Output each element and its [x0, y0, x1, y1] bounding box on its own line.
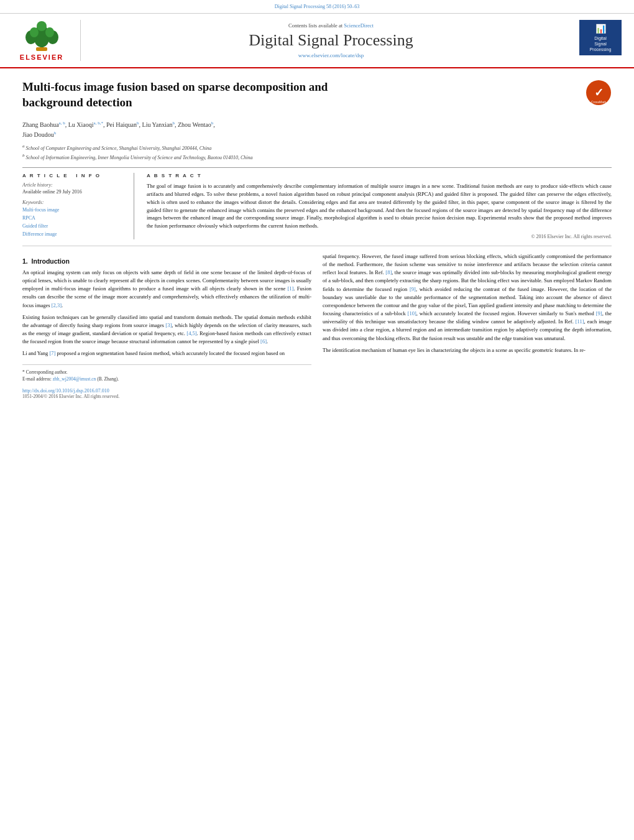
journal-name: Digital Signal Processing: [249, 31, 413, 50]
doi-footer: http://dx.doi.org/10.1016/j.dsp.2016.07.…: [22, 387, 311, 399]
section-divider: [22, 246, 612, 246]
footnote-email-link[interactable]: zhh_wj2004@imust.cn: [53, 376, 96, 382]
contents-line: Contents lists available at ScienceDirec…: [288, 22, 374, 29]
ref-11[interactable]: [11]: [576, 318, 584, 325]
svg-text:CrossMark: CrossMark: [591, 100, 607, 104]
dsp-icon: 📊: [582, 23, 619, 34]
history-label: Article history:: [22, 182, 125, 188]
main-content: 1. Introduction An optical imaging syste…: [22, 252, 612, 399]
right-para-1: spatial frequency. However, the fused im…: [323, 252, 612, 343]
affiliations: a School of Computer Engineering and Sci…: [22, 143, 612, 161]
footnote-email: E-mail address: zhh_wj2004@imust.cn (B. …: [22, 376, 311, 382]
article-info-col: A R T I C L E I N F O Article history: A…: [22, 173, 134, 239]
article-title: Multi-focus image fusion based on sparse…: [22, 80, 328, 110]
doi-link[interactable]: http://dx.doi.org/10.1016/j.dsp.2016.07.…: [22, 388, 109, 394]
intro-para-3: Li and Yang [7] proposed a region segmen…: [22, 349, 311, 358]
top-header: Digital Signal Processing 58 (2016) 50–6…: [0, 0, 634, 14]
footnote-section: * Corresponding author. E-mail address: …: [22, 364, 311, 383]
intro-para-1: An optical imaging system can only focus…: [22, 269, 311, 310]
elsevier-label: ELSEVIER: [20, 53, 63, 61]
sciencedirect-link[interactable]: ScienceDirect: [344, 22, 374, 29]
author-liu: Liu Yanxian: [142, 122, 173, 129]
abstract-text: The goal of image fusion is to accuratel…: [147, 182, 612, 230]
ref-23[interactable]: [2,3]: [52, 302, 62, 308]
main-col-left: 1. Introduction An optical imaging syste…: [22, 252, 311, 399]
intro-number: 1.: [22, 257, 28, 265]
svg-rect-8: [36, 47, 47, 51]
dsp-logo-box: 📊 Digital Signal Processing: [572, 20, 622, 61]
authors-section: Zhang Baohuaa, b, Lu Xiaoqia, b,*, Pei H…: [22, 120, 612, 139]
abstract-col: A B S T R A C T The goal of image fusion…: [147, 173, 612, 239]
svg-point-6: [45, 27, 54, 37]
svg-point-7: [37, 21, 47, 31]
keyword-3: Guided filter: [22, 223, 125, 231]
ref-10[interactable]: [10]: [408, 310, 416, 316]
author-zhou: Zhou Wentao: [178, 122, 211, 129]
ref-9b[interactable]: [9]: [596, 310, 602, 316]
author-jiao: Jiao Doudou: [22, 131, 54, 138]
journal-url: www.elsevier.com/locate/dsp: [298, 52, 364, 58]
page-container: Digital Signal Processing 58 (2016) 50–6…: [0, 0, 634, 840]
info-abstract-section: A R T I C L E I N F O Article history: A…: [22, 167, 612, 239]
author-lu: Lu Xiaoqi: [68, 122, 94, 129]
ref-9[interactable]: [9]: [410, 286, 416, 292]
article-body: Multi-focus image fusion based on sparse…: [0, 68, 634, 405]
author-pei: Pei Haiquan: [106, 122, 137, 129]
author-zhang: Zhang Baohua: [22, 122, 59, 129]
ref-1[interactable]: [1]: [287, 285, 293, 292]
journal-title-area: Contents lists available at ScienceDirec…: [90, 20, 572, 61]
right-para-2: The identification mechanism of human ey…: [323, 346, 612, 354]
elsevier-tree-icon: [19, 20, 65, 51]
article-info-label: A R T I C L E I N F O: [22, 173, 125, 178]
ref-3[interactable]: [3]: [165, 322, 172, 328]
journal-header: ELSEVIER Contents lists available at Sci…: [0, 14, 634, 68]
keyword-2: RPCA: [22, 215, 125, 223]
doi-header: Digital Signal Processing 58 (2016) 50–6…: [62, 4, 572, 9]
intro-para-2: Existing fusion techniques can be genera…: [22, 313, 311, 346]
available-online: Available online 29 July 2016: [22, 189, 125, 195]
issn-line: 1051-2004/© 2016 Elsevier Inc. All right…: [22, 394, 311, 399]
elsevier-logo: ELSEVIER: [12, 20, 81, 61]
keyword-4: Difference image: [22, 231, 125, 239]
ref-6[interactable]: [6]: [260, 338, 267, 344]
copyright-line: © 2016 Elsevier Inc. All rights reserved…: [147, 234, 612, 239]
article-title-section: Multi-focus image fusion based on sparse…: [22, 80, 612, 114]
keywords-label: Keywords:: [22, 200, 125, 205]
ref-7[interactable]: [7]: [49, 350, 55, 356]
dsp-badge: 📊 Digital Signal Processing: [579, 20, 622, 55]
authors-line: Zhang Baohuaa, b, Lu Xiaoqia, b,*, Pei H…: [22, 120, 612, 139]
main-col-right: spatial frequency. However, the fused im…: [323, 252, 612, 399]
keyword-1: Multi-focus image: [22, 206, 125, 215]
footnote-corresponding: * Corresponding author.: [22, 369, 311, 376]
affiliation-a: a School of Computer Engineering and Sci…: [22, 143, 612, 152]
crossmark-badge-icon: ✓ CrossMark: [586, 80, 612, 106]
abstract-label: A B S T R A C T: [147, 173, 612, 178]
affiliation-b: b School of Information Engineering, Inn…: [22, 152, 612, 162]
intro-section-title: 1. Introduction: [22, 257, 311, 265]
svg-text:✓: ✓: [594, 86, 604, 99]
intro-title: Introduction: [32, 257, 70, 265]
ref-45[interactable]: [4,5]: [186, 330, 196, 336]
ref-8[interactable]: [8]: [385, 269, 392, 275]
svg-point-5: [30, 27, 39, 37]
